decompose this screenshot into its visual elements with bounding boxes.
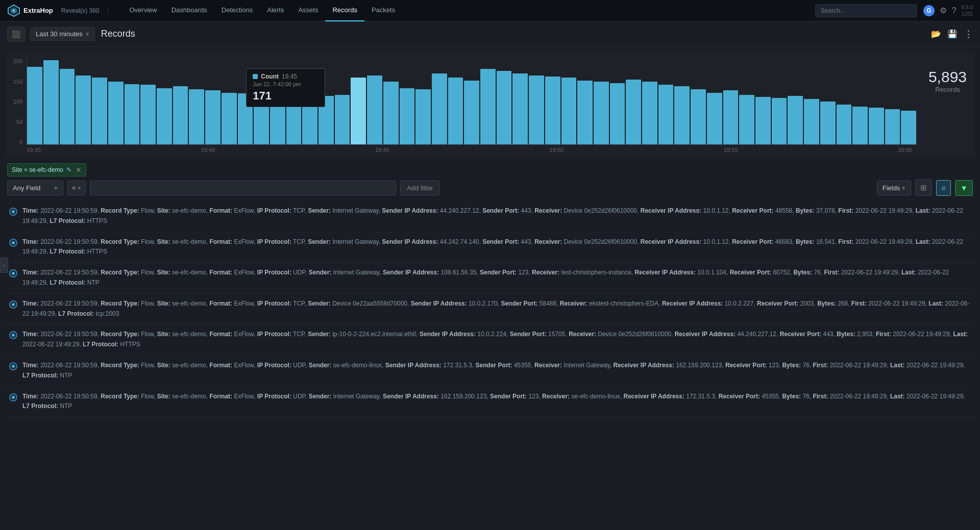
- nav-packets[interactable]: Packets: [364, 0, 402, 21]
- product-name: Reveal(x) 360: [61, 7, 108, 14]
- chart-bar[interactable]: [642, 82, 657, 144]
- chart-bar[interactable]: [739, 95, 754, 144]
- chart-bar[interactable]: [529, 75, 544, 144]
- chart-bar[interactable]: [885, 109, 900, 144]
- chart-bar[interactable]: [577, 81, 593, 144]
- nav-overview[interactable]: Overview: [122, 0, 164, 21]
- nav-assets[interactable]: Assets: [291, 0, 325, 21]
- chart-bar[interactable]: [205, 90, 220, 144]
- chart-bar[interactable]: [60, 69, 75, 144]
- chart-bar[interactable]: [707, 93, 722, 144]
- more-options-icon[interactable]: ⋮: [964, 29, 973, 40]
- record-item[interactable]: Time: 2022-06-22 19:50:59, Record Type: …: [5, 387, 975, 418]
- chart-bar[interactable]: [125, 84, 140, 144]
- left-panel-toggle[interactable]: »: [0, 258, 8, 273]
- chart-bar[interactable]: [351, 78, 366, 144]
- chart-bar[interactable]: [691, 89, 706, 144]
- chart-bar[interactable]: [92, 78, 107, 144]
- x-label-1955: 19:55: [724, 147, 738, 153]
- record-item[interactable]: Time: 2022-06-22 19:50:59, Record Type: …: [5, 201, 975, 232]
- edit-filter-icon[interactable]: ✎: [66, 166, 71, 173]
- field-selector-label: Any Field: [13, 184, 40, 192]
- chart-bar[interactable]: [432, 73, 447, 144]
- list-view-button[interactable]: ≡: [936, 180, 951, 196]
- chart-total: 5,893 Records: [916, 58, 967, 93]
- chart-bar[interactable]: [626, 80, 641, 144]
- chart-bar[interactable]: [189, 89, 204, 144]
- record-item[interactable]: Time: 2022-06-22 19:50:59, Record Type: …: [5, 232, 975, 263]
- nav-search-input[interactable]: [815, 4, 917, 17]
- record-item[interactable]: Time: 2022-06-22 19:50:59, Record Type: …: [5, 324, 975, 356]
- chart-bar[interactable]: [901, 111, 916, 144]
- chart-bar[interactable]: [561, 78, 577, 144]
- save-icon[interactable]: 💾: [947, 29, 958, 39]
- chart-bar[interactable]: [755, 97, 771, 144]
- chart-bar[interactable]: [594, 82, 609, 144]
- extrahop-logo-icon: [7, 4, 20, 17]
- nav-records[interactable]: Records: [325, 0, 364, 21]
- chart-total-count: 5,893: [928, 68, 967, 86]
- fields-button[interactable]: Fields ▾: [877, 181, 912, 195]
- nav-detections[interactable]: Detections: [214, 0, 260, 21]
- chart-bar[interactable]: [76, 75, 91, 144]
- chart-bar[interactable]: [27, 67, 42, 144]
- chart-bar[interactable]: [545, 77, 560, 145]
- chart-bar[interactable]: [788, 96, 803, 144]
- search-input[interactable]: [90, 181, 396, 195]
- chart-bar[interactable]: [820, 102, 836, 145]
- chart-bar[interactable]: [480, 69, 496, 144]
- filter-active-button[interactable]: ▼: [955, 180, 973, 196]
- chart-bar[interactable]: [610, 83, 625, 144]
- field-selector[interactable]: Any Field ▾: [7, 181, 63, 195]
- chart-bar[interactable]: [772, 98, 787, 144]
- time-picker[interactable]: Last 30 minutes ▾: [30, 27, 95, 41]
- chart-bar[interactable]: [852, 107, 868, 144]
- nav-dashboards[interactable]: Dashboards: [164, 0, 214, 21]
- chart-bar[interactable]: [383, 82, 399, 144]
- chart-bar[interactable]: [157, 88, 172, 144]
- chart-bar[interactable]: [674, 86, 690, 144]
- chart-bar[interactable]: [173, 86, 188, 144]
- chart-bar[interactable]: [497, 71, 512, 144]
- chart-bar[interactable]: [140, 85, 156, 144]
- collapse-panel-btn[interactable]: ⬛: [7, 27, 25, 42]
- chart-bar[interactable]: [108, 82, 124, 144]
- record-indicator: [9, 300, 17, 309]
- chart-bar[interactable]: [869, 108, 884, 144]
- chart-bar[interactable]: [464, 81, 479, 144]
- google-icon[interactable]: G: [923, 5, 935, 16]
- settings-icon[interactable]: ⚙: [940, 6, 947, 15]
- remove-filter-icon[interactable]: ✕: [76, 166, 82, 174]
- chart-bar[interactable]: [837, 105, 852, 144]
- record-item[interactable]: Time: 2022-06-22 19:50:59, Record Type: …: [5, 356, 975, 387]
- help-icon[interactable]: ?: [952, 6, 957, 15]
- chart-bar[interactable]: [222, 93, 237, 144]
- record-dot-inner: [12, 303, 15, 306]
- operator-selector[interactable]: ≈ ▾: [67, 181, 86, 195]
- site-filter-chip: Site = se-efc-demo ✎ ✕: [7, 163, 86, 176]
- record-item[interactable]: Time: 2022-06-22 19:50:59, Record Type: …: [5, 263, 975, 294]
- grid-view-button[interactable]: ⊞: [915, 180, 932, 196]
- chart-bar[interactable]: [658, 85, 674, 144]
- chart-bar[interactable]: [512, 73, 528, 144]
- chart-bar[interactable]: [43, 60, 59, 144]
- chart-bar[interactable]: [367, 75, 382, 144]
- record-text: Time: 2022-06-22 19:50:59, Record Type: …: [22, 299, 971, 319]
- tooltip-date: Jun 22, 7:42:00 pm: [253, 81, 318, 87]
- operator-arrow: ▾: [78, 184, 81, 192]
- chart-bar[interactable]: [335, 95, 350, 144]
- chart-bar[interactable]: [804, 99, 819, 144]
- open-folder-icon[interactable]: 📂: [931, 29, 941, 39]
- chart-bar[interactable]: [400, 88, 415, 144]
- record-text: Time: 2022-06-22 19:50:59, Record Type: …: [22, 392, 971, 412]
- chart-x-labels: 19:35 19:40 19:45 19:50 19:55 20:00: [27, 145, 916, 153]
- chart-bar[interactable]: [723, 90, 739, 144]
- chart-bar[interactable]: [448, 78, 463, 144]
- chart-bar[interactable]: [415, 89, 431, 144]
- record-indicator: [9, 269, 17, 277]
- y-label-50: 50: [13, 119, 22, 125]
- nav-alerts[interactable]: Alerts: [260, 0, 291, 21]
- nav-search-container: [815, 4, 917, 17]
- add-filter-button[interactable]: Add filter: [400, 181, 439, 195]
- record-item[interactable]: Time: 2022-06-22 19:50:59, Record Type: …: [5, 294, 975, 325]
